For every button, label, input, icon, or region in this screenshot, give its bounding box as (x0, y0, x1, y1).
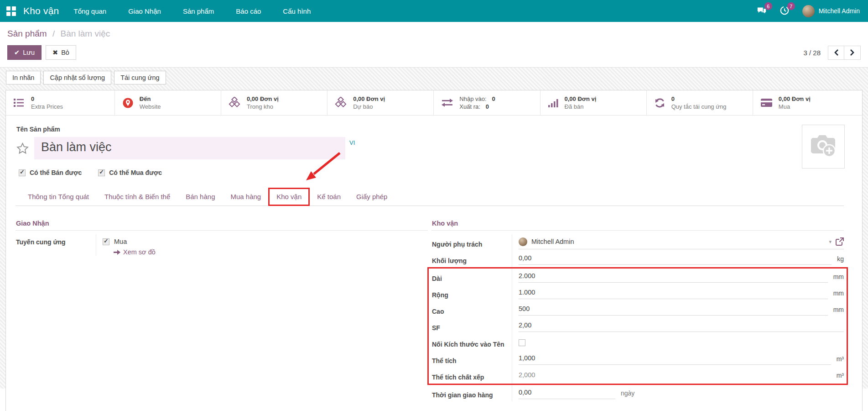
tab-accounting[interactable]: Kế toán (309, 188, 348, 206)
routes-label: Tuyến cung ứng (16, 234, 96, 246)
sf-row: SF 2,00 (431, 318, 844, 334)
tab-purchase[interactable]: Mua hàng (223, 188, 269, 206)
weight-unit: kg (837, 255, 844, 263)
refresh-icon (654, 97, 665, 109)
logistics-group: Giao Nhận Tuyến cung ứng Mua Xem sơ đồ (16, 220, 428, 401)
logistics-group-title: Giao Nhận (16, 220, 428, 231)
sf-input[interactable]: 2,00 (519, 320, 844, 332)
activities-badge: 7 (787, 2, 795, 10)
save-button[interactable]: ✔ Lưu (7, 45, 42, 60)
stat-go-to-website[interactable]: ĐếnWebsite (114, 90, 221, 115)
view-diagram-link[interactable]: Xem sơ đồ (103, 245, 428, 256)
tab-attributes-variants[interactable]: Thuộc tính & Biến thể (97, 188, 178, 206)
stat-on-hand[interactable]: 0,00 Đơn vịTrong kho (221, 90, 327, 115)
list-icon (13, 97, 25, 108)
check-icon: ✔ (14, 49, 20, 56)
inventory-group: Kho vận Người phụ trách Mitchell Admin ▾ (431, 220, 844, 401)
stat-reordering-rules[interactable]: 0Quy tắc tái cung ứng (646, 90, 753, 115)
stat-in-out[interactable]: Nhập vào:0 Xuất ra:0 (433, 90, 540, 115)
chevron-right-icon (850, 49, 855, 56)
product-image-upload[interactable] (802, 125, 845, 169)
pager-next-button[interactable] (844, 46, 861, 60)
cubes-icon (229, 97, 241, 109)
menu-san-pham[interactable]: Sản phẩm (182, 1, 215, 21)
user-menu[interactable]: Mitchell Admin (802, 5, 860, 17)
messages-icon[interactable]: 6 (757, 5, 768, 16)
breadcrumb-parent[interactable]: Sản phẩm (7, 29, 47, 38)
weight-input[interactable]: 0,00 (519, 253, 832, 265)
route-buy-checkbox[interactable]: Mua (103, 234, 428, 245)
menu-bao-cao[interactable]: Báo cáo (235, 1, 262, 21)
main-menu: Tổng quan Giao Nhận Sản phẩm Báo cáo Cấu… (73, 1, 312, 21)
tab-sales[interactable]: Bán hàng (178, 188, 223, 206)
stat-forecasted[interactable]: 0,00 Đơn vịDự báo (327, 90, 433, 115)
chevron-left-icon (834, 49, 839, 56)
user-avatar (802, 5, 815, 17)
replenish-button[interactable]: Tái cung ứng (114, 71, 166, 84)
height-row: Cao 500 mm (431, 301, 844, 318)
menu-giao-nhan[interactable]: Giao Nhận (127, 1, 162, 21)
tab-general-information[interactable]: Thông tin Tổng quát (20, 188, 97, 206)
user-name: Mitchell Admin (819, 7, 860, 15)
responsible-field[interactable]: Mitchell Admin ▾ (519, 236, 844, 249)
stowage-volume-row: Thể tích chất xếp 2,000 m³ (431, 367, 844, 384)
width-row: Rộng 1.000 mm (431, 285, 844, 301)
external-link-icon[interactable] (836, 237, 844, 246)
favorite-star-icon[interactable] (16, 142, 29, 154)
stat-extra-prices[interactable]: 0Extra Prices (6, 90, 114, 115)
discard-button[interactable]: ✖ Bỏ (46, 45, 76, 60)
width-unit: mm (833, 290, 844, 297)
volume-input[interactable]: 1,000 (519, 353, 831, 365)
tab-licenses[interactable]: Giấy phép (348, 188, 395, 206)
menu-tong-quan[interactable]: Tổng quan (73, 1, 107, 21)
camera-plus-icon (809, 134, 837, 159)
close-icon: ✖ (52, 49, 58, 56)
length-row: Dài 2.000 mm (431, 269, 844, 285)
breadcrumb-separator: / (52, 29, 55, 38)
tab-inventory[interactable]: Kho vận (269, 188, 309, 206)
responsible-row: Người phụ trách Mitchell Admin ▾ (431, 234, 844, 251)
stat-sold[interactable]: 0,00 Đơn vịĐã bán (540, 90, 646, 115)
delivery-lead-time-input[interactable]: 0,00 (519, 387, 615, 399)
activities-clock-icon[interactable]: 7 (780, 5, 790, 16)
arrow-right-icon (114, 249, 120, 255)
apps-menu-icon[interactable] (6, 6, 16, 16)
can-be-purchased-checkbox[interactable]: Có thể Mua được (98, 169, 162, 176)
height-input[interactable]: 500 (519, 304, 828, 316)
pager-count: 3 / 28 (803, 49, 821, 57)
checkbox-checked-icon (19, 169, 26, 176)
cubes-icon (335, 97, 347, 109)
stat-purchased[interactable]: 0,00 Đơn vịMua (753, 90, 862, 115)
volume-unit: m³ (837, 355, 844, 363)
checkbox-checked-icon (103, 238, 109, 245)
product-name-input[interactable]: Bàn làm việc (34, 137, 345, 159)
pager-previous-button[interactable] (828, 46, 844, 60)
top-navbar: Kho vận Tổng quan Giao Nhận Sản phẩm Báo… (0, 0, 868, 22)
form-background: In nhãn Cập nhật số lượng Tái cung ứng 0… (0, 68, 868, 389)
form-sheet: 0Extra Prices ĐếnWebsite 0,00 Đơn vịTron… (5, 90, 863, 411)
width-input[interactable]: 1.000 (519, 287, 828, 299)
control-panel: Sản phẩm / Bàn làm việc ✔ Lưu ✖ Bỏ 3 / 2… (0, 22, 868, 68)
checkbox-checked-icon (98, 169, 105, 176)
translation-lang-tag[interactable]: VI (349, 137, 355, 146)
messages-badge: 6 (764, 2, 772, 10)
can-be-sold-checkbox[interactable]: Có thể Bán được (19, 169, 82, 176)
delivery-lead-time-unit: ngày (621, 390, 634, 397)
update-quantity-button[interactable]: Cập nhật số lượng (43, 71, 111, 84)
app-brand[interactable]: Kho vận (23, 5, 59, 16)
length-unit: mm (833, 273, 844, 280)
menu-cau-hinh[interactable]: Cấu hình (282, 1, 312, 21)
concat-dims-checkbox[interactable] (519, 339, 525, 346)
length-input[interactable]: 2.000 (519, 271, 828, 283)
stowage-volume-unit: m³ (837, 372, 844, 379)
product-name-label: Tên Sản phẩm (16, 126, 844, 133)
stowage-volume-value: 2,000 (519, 370, 831, 381)
weight-row: Khối lượng 0,00 kg (431, 251, 844, 267)
volume-row: Thể tích 1,000 m³ (431, 351, 844, 367)
dropdown-caret-icon[interactable]: ▾ (829, 239, 832, 245)
globe-icon (122, 97, 134, 109)
print-labels-button[interactable]: In nhãn (6, 71, 41, 84)
height-unit: mm (833, 306, 844, 313)
breadcrumb: Sản phẩm / Bàn làm việc (7, 29, 861, 39)
stat-button-row: 0Extra Prices ĐếnWebsite 0,00 Đơn vịTron… (6, 90, 862, 116)
